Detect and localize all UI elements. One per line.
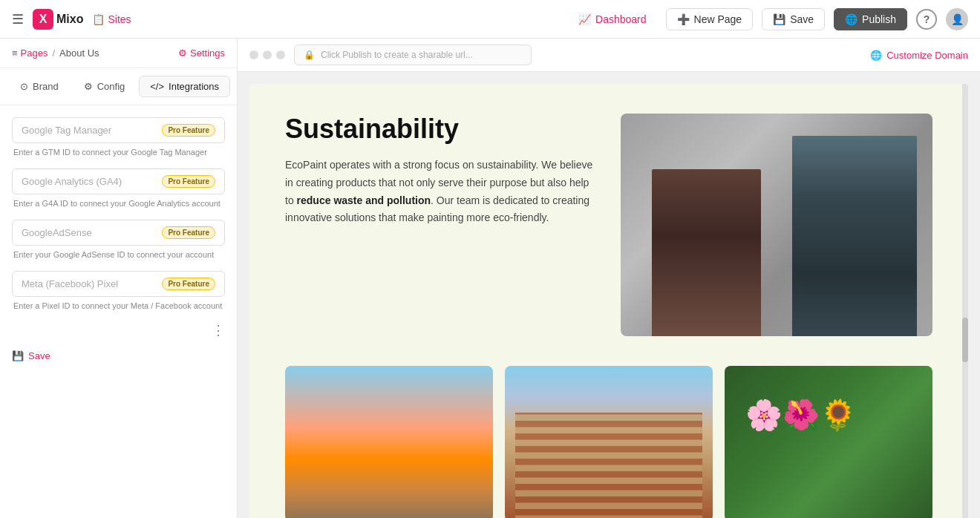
sites-label: Sites [108, 13, 131, 25]
flowers-image [725, 366, 932, 518]
ga4-hint: Enter a G4A ID to connect your Google An… [12, 199, 225, 208]
adsense-field-group: Pro Feature Enter your Google AdSense ID… [12, 220, 225, 259]
nav-left: ☰ X Mixo 📋 Sites [12, 9, 131, 30]
preview-content: Sustainability EcoPaint operates with a … [238, 72, 980, 518]
sites-icon: 📋 [92, 13, 105, 25]
sidebar-save-link[interactable]: 💾 Save [12, 350, 225, 361]
brand-tab-icon: ⊙ [20, 81, 28, 92]
bottom-images [285, 366, 932, 518]
breadcrumb-separator: / [52, 47, 55, 59]
ga4-field-group: Pro Feature Enter a G4A ID to connect yo… [12, 168, 225, 208]
gtm-pro-badge: Pro Feature [162, 124, 215, 137]
lock-icon: 🔒 [304, 50, 315, 60]
bottom-image-flowers [725, 366, 932, 518]
ga4-pro-badge: Pro Feature [162, 175, 215, 188]
meta-field-group: Pro Feature Enter a Pixel ID to connect … [12, 271, 225, 310]
save-label: Save [790, 13, 814, 25]
logo-text: Mixo [56, 13, 83, 26]
bottom-image-mountain [285, 366, 493, 518]
gtm-field-group: Pro Feature Enter a GTM ID to connect yo… [12, 117, 225, 157]
meta-pro-badge: Pro Feature [162, 278, 215, 290]
settings-link[interactable]: ⚙ Settings [178, 47, 225, 59]
gtm-hint: Enter a GTM ID to connect your Google Ta… [12, 148, 225, 157]
meta-input-row: Pro Feature [12, 271, 225, 297]
sites-link[interactable]: 📋 Sites [92, 13, 131, 25]
gtm-input[interactable] [22, 125, 156, 136]
breadcrumb-pages[interactable]: ≡ Pages [12, 47, 48, 59]
bottom-image-city [505, 366, 713, 518]
customize-domain-button[interactable]: 🌐 Customize Domain [870, 50, 968, 61]
ga4-input-row: Pro Feature [12, 168, 225, 194]
settings-icon: ⚙ [178, 47, 187, 59]
dot-3 [276, 50, 285, 59]
tab-integrations[interactable]: </> Integrations [139, 76, 230, 97]
scrollbar-thumb[interactable] [962, 318, 968, 362]
dashboard-label: Dashboard [595, 13, 647, 25]
publish-icon: 🌐 [845, 13, 858, 25]
avatar[interactable]: 👤 [946, 8, 968, 30]
meta-hint: Enter a Pixel ID to connect your Meta / … [12, 301, 225, 310]
logo-container: X Mixo [33, 9, 83, 30]
help-button[interactable]: ? [916, 9, 937, 30]
mountain-image [285, 366, 493, 518]
sustainability-text: Sustainability EcoPaint operates with a … [285, 114, 597, 227]
preview-toolbar: 🔒 Click Publish to create a sharable url… [238, 39, 980, 72]
site-preview: Sustainability EcoPaint operates with a … [249, 84, 968, 518]
save-icon: 💾 [12, 350, 24, 361]
painters-image [621, 114, 932, 336]
preview-pane: 🔒 Click Publish to create a sharable url… [238, 39, 980, 518]
newpage-icon: ➕ [677, 13, 690, 25]
breadcrumb-current: About Us [59, 47, 99, 59]
sidebar-header: ≡ Pages / About Us ⚙ Settings [0, 39, 237, 68]
main-layout: ≡ Pages / About Us ⚙ Settings ⊙ Brand ⚙ … [0, 39, 980, 518]
more-options-icon[interactable]: ⋮ [212, 322, 225, 338]
tab-brand[interactable]: ⊙ Brand [9, 76, 70, 97]
logo-icon: X [33, 9, 53, 30]
preview-scrollbar[interactable] [962, 84, 968, 518]
brand-tab-label: Brand [33, 81, 59, 92]
dashboard-icon: 📈 [578, 13, 591, 25]
save-icon: 💾 [773, 13, 785, 25]
dot-2 [263, 50, 272, 59]
body-bold: reduce waste and pollution [297, 194, 431, 206]
meta-input[interactable] [22, 278, 156, 289]
integrations-tab-label: Integrations [169, 81, 219, 92]
url-placeholder-text: Click Publish to create a sharable url..… [321, 50, 473, 60]
sidebar-content: Pro Feature Enter a GTM ID to connect yo… [0, 105, 237, 373]
tab-config[interactable]: ⚙ Config [73, 76, 137, 97]
config-tab-icon: ⚙ [84, 81, 93, 92]
globe-icon: 🌐 [870, 50, 882, 61]
adsense-input[interactable] [22, 227, 156, 238]
sustainability-body: EcoPaint operates with a strong focus on… [285, 157, 597, 227]
ga4-input[interactable] [22, 176, 156, 187]
newpage-label: New Page [694, 13, 742, 25]
config-tab-label: Config [97, 81, 125, 92]
save-button[interactable]: 💾 Save [762, 8, 825, 30]
integrations-tab-icon: </> [150, 81, 164, 92]
customize-domain-label: Customize Domain [886, 50, 968, 61]
adsense-pro-badge: Pro Feature [162, 226, 215, 239]
nav-right: 📈 Dashboard ➕ New Page 💾 Save 🌐 Publish … [568, 8, 968, 30]
browser-dots [249, 50, 285, 59]
gtm-input-row: Pro Feature [12, 117, 225, 143]
sustainability-image [621, 114, 932, 336]
sustainability-section: Sustainability EcoPaint operates with a … [285, 114, 932, 336]
dot-1 [249, 50, 258, 59]
new-page-button[interactable]: ➕ New Page [666, 8, 754, 30]
sidebar: ≡ Pages / About Us ⚙ Settings ⊙ Brand ⚙ … [0, 39, 238, 518]
top-nav: ☰ X Mixo 📋 Sites 📈 Dashboard ➕ New Page … [0, 0, 980, 39]
adsense-input-row: Pro Feature [12, 220, 225, 246]
hamburger-icon[interactable]: ☰ [12, 11, 24, 27]
publish-button[interactable]: 🌐 Publish [834, 8, 907, 30]
city-image [505, 366, 713, 518]
dashboard-button[interactable]: 📈 Dashboard [568, 9, 657, 30]
pages-label: Pages [21, 47, 48, 59]
save-label: Save [28, 350, 50, 361]
breadcrumb: ≡ Pages / About Us [12, 47, 99, 59]
adsense-hint: Enter your Google AdSense ID to connect … [12, 250, 225, 259]
sidebar-tabs: ⊙ Brand ⚙ Config </> Integrations [0, 68, 237, 105]
settings-label: Settings [190, 47, 225, 59]
publish-label: Publish [862, 13, 896, 25]
pages-icon: ≡ [12, 47, 18, 59]
url-bar: 🔒 Click Publish to create a sharable url… [294, 45, 532, 65]
